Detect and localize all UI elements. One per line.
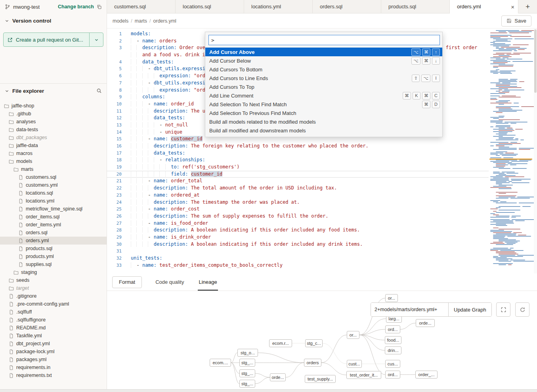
tab-locations.yml[interactable]: locations.yml bbox=[244, 0, 313, 13]
line-number[interactable]: 4 bbox=[107, 59, 125, 66]
tree-folder-models[interactable]: models bbox=[0, 157, 107, 165]
code-line[interactable]: 27 - name: is_food_order bbox=[107, 220, 489, 227]
create-pr-button-main[interactable]: Create a pull request on Git... bbox=[4, 33, 90, 46]
lineage-node[interactable]: stg_c... bbox=[305, 339, 323, 347]
lineage-selector-input[interactable] bbox=[371, 303, 448, 316]
code-line[interactable]: 29 - name: is_drink_order bbox=[107, 234, 489, 241]
line-number[interactable]: 23 bbox=[107, 192, 125, 199]
code-line[interactable]: 18 - relationships: bbox=[107, 157, 489, 164]
lineage-node[interactable]: drin... bbox=[385, 346, 401, 354]
tree-file-requirements.txt[interactable]: requirements.txt bbox=[0, 371, 107, 379]
line-number[interactable]: 12 bbox=[107, 115, 125, 122]
lineage-node[interactable]: stg_... bbox=[239, 380, 255, 388]
tab-products.sql[interactable]: products.sql bbox=[381, 0, 450, 13]
lineage-node[interactable]: orde... bbox=[270, 373, 286, 381]
tree-folder-analyses[interactable]: analyses bbox=[0, 118, 107, 126]
lineage-node[interactable]: ecom.r... bbox=[269, 339, 292, 347]
line-number[interactable]: 31 bbox=[107, 248, 125, 255]
tree-file-dbt_project.yml[interactable]: dbt_project.yml bbox=[0, 340, 107, 348]
tree-file-order_items.sql[interactable]: order_items.sql bbox=[0, 213, 107, 221]
code-line[interactable]: 24 description: The timestamp the order … bbox=[107, 199, 489, 206]
code-line[interactable]: 28 description: A boolean indicating if … bbox=[107, 227, 489, 234]
tree-folder-.github[interactable]: .github bbox=[0, 110, 107, 118]
line-number[interactable]: 7 bbox=[107, 80, 125, 87]
lineage-node[interactable]: or... bbox=[385, 294, 398, 302]
line-number[interactable]: 6 bbox=[107, 73, 125, 80]
create-pr-button[interactable]: Create a pull request on Git... bbox=[3, 33, 103, 47]
tree-file-order_items.yml[interactable]: order_items.yml bbox=[0, 221, 107, 229]
palette-item[interactable]: Add Selection To Next Find Match⌘D bbox=[205, 100, 442, 109]
tree-file-.sqlfluffignore[interactable]: .sqlfluffignore bbox=[0, 316, 107, 324]
search-icon[interactable] bbox=[96, 88, 102, 94]
tree-file-README.md[interactable]: README.md bbox=[0, 324, 107, 332]
tree-folder-staging[interactable]: staging bbox=[0, 268, 107, 276]
palette-item[interactable]: Add Selection To Previous Find Match bbox=[205, 109, 442, 117]
update-graph-button[interactable]: Update Graph bbox=[448, 303, 491, 316]
save-button[interactable]: Save bbox=[501, 15, 531, 27]
palette-item[interactable]: Add Cursors to Line Ends⇧⌥I bbox=[205, 74, 442, 82]
tree-file-metricflow_time_spine.sql[interactable]: metricflow_time_spine.sql bbox=[0, 205, 107, 213]
tree-folder-target[interactable]: target bbox=[0, 284, 107, 292]
code-line[interactable]: 25 - name: order_cost bbox=[107, 206, 489, 213]
code-line[interactable]: 31 bbox=[107, 248, 489, 255]
tree-folder-marts[interactable]: marts bbox=[0, 165, 107, 173]
code-line[interactable]: 33 - name: test_order_items_compute_to_b… bbox=[107, 262, 489, 269]
tree-file-.pre-commit-config.yaml[interactable]: .pre-commit-config.yaml bbox=[0, 300, 107, 308]
tree-file-requirements.in[interactable]: requirements.in bbox=[0, 363, 107, 371]
line-number[interactable]: 5 bbox=[107, 65, 125, 73]
command-palette-input[interactable] bbox=[208, 35, 440, 45]
lineage-node[interactable]: stg_... bbox=[239, 359, 255, 367]
tree-file-package-lock.yml[interactable]: package-lock.yml bbox=[0, 348, 107, 356]
line-number[interactable]: 20 bbox=[107, 171, 125, 178]
tab-code-quality[interactable]: Code quality bbox=[155, 273, 185, 291]
new-tab-button[interactable]: + bbox=[518, 0, 537, 13]
close-tab-icon[interactable]: × bbox=[511, 3, 514, 10]
line-number[interactable]: 16 bbox=[107, 143, 125, 150]
lineage-canvas[interactable]: or...larg...ord...orde...food...or...dri… bbox=[107, 291, 537, 389]
pr-dropdown-toggle[interactable] bbox=[90, 33, 103, 46]
lineage-node[interactable]: order_... bbox=[415, 371, 438, 379]
tree-folder-data-tests[interactable]: data-tests bbox=[0, 126, 107, 134]
refresh-graph-button[interactable] bbox=[515, 302, 529, 317]
tree-file-customers.yml[interactable]: customers.yml bbox=[0, 181, 107, 189]
tree-file-orders.yml[interactable]: orders.yml bbox=[0, 237, 107, 245]
lineage-node[interactable]: test_order_it... bbox=[346, 371, 381, 379]
tree-folder-jaffle-shop[interactable]: jaffle-shop bbox=[0, 102, 107, 110]
palette-item[interactable]: Add Cursor Below⌥⌘↓ bbox=[205, 56, 442, 65]
line-number[interactable]: 19 bbox=[107, 164, 125, 171]
code-line[interactable]: 30 description: A boolean indicating if … bbox=[107, 241, 489, 248]
tree-file-Taskfile.yml[interactable]: Taskfile.yml bbox=[0, 332, 107, 340]
code-line[interactable]: 19 to: ref('stg_customers') bbox=[107, 164, 489, 171]
tree-file-products.sql[interactable]: products.sql bbox=[0, 245, 107, 252]
lineage-node[interactable]: orders bbox=[304, 359, 321, 367]
code-line[interactable]: 16 description: The foreign key relating… bbox=[107, 143, 489, 150]
fullscreen-button[interactable] bbox=[496, 302, 510, 317]
line-number[interactable]: 3 bbox=[107, 44, 125, 52]
palette-item[interactable]: Add Cursor Above⌥⌘↑ bbox=[205, 48, 442, 56]
change-branch-link[interactable]: Change branch bbox=[58, 4, 94, 10]
lineage-node[interactable]: stg_o... bbox=[237, 349, 258, 357]
horizontal-scrollbar[interactable] bbox=[0, 389, 537, 392]
tree-file-locations.yml[interactable]: locations.yml bbox=[0, 197, 107, 205]
code-line[interactable]: 26 description: The sum of supply expens… bbox=[107, 213, 489, 220]
tree-file-packages.yml[interactable]: packages.yml bbox=[0, 356, 107, 363]
line-number[interactable]: 22 bbox=[107, 185, 125, 192]
tab-orders.yml[interactable]: orders.yml× bbox=[450, 0, 518, 13]
lineage-node[interactable]: or... bbox=[347, 331, 359, 339]
tree-file-products.yml[interactable]: products.yml bbox=[0, 252, 107, 260]
version-control-header[interactable]: Version control bbox=[0, 13, 107, 28]
palette-item[interactable]: Build all modified and downstream models bbox=[205, 126, 442, 135]
format-button[interactable]: Format bbox=[112, 276, 142, 288]
palette-item[interactable]: Add Line Comment⌘K⌘C bbox=[205, 91, 442, 100]
line-number[interactable]: 14 bbox=[107, 129, 125, 136]
line-number[interactable]: 21 bbox=[107, 178, 125, 185]
breadcrumb-item[interactable]: orders.yml bbox=[153, 18, 176, 24]
line-number[interactable]: 9 bbox=[107, 94, 125, 101]
tab-lineage[interactable]: Lineage bbox=[198, 273, 218, 291]
tree-file-locations.sql[interactable]: locations.sql bbox=[0, 189, 107, 197]
line-number[interactable]: 32 bbox=[107, 255, 125, 262]
breadcrumb-item[interactable]: models bbox=[113, 18, 128, 24]
tree-file-.gitignore[interactable]: .gitignore bbox=[0, 292, 107, 300]
scrollbar-thumb[interactable] bbox=[534, 29, 537, 93]
line-number[interactable]: 11 bbox=[107, 108, 125, 115]
